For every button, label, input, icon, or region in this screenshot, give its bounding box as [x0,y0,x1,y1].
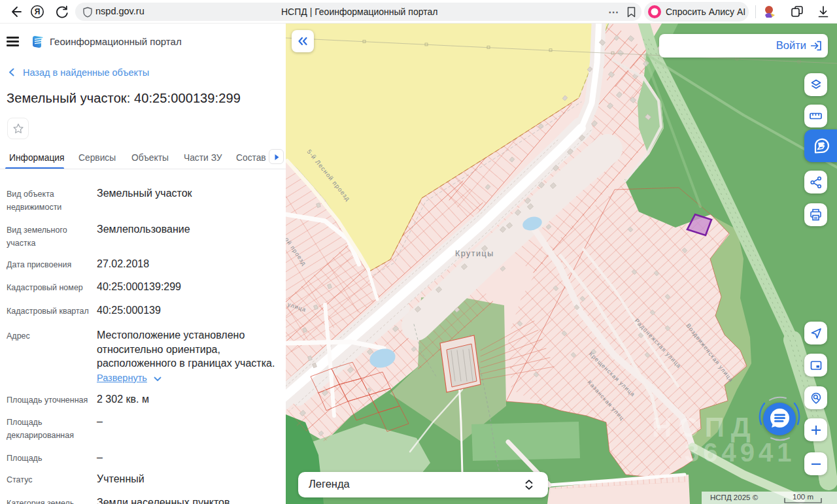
svg-text:Я: Я [35,7,41,16]
svg-text:Крутицы: Крутицы [455,249,494,258]
